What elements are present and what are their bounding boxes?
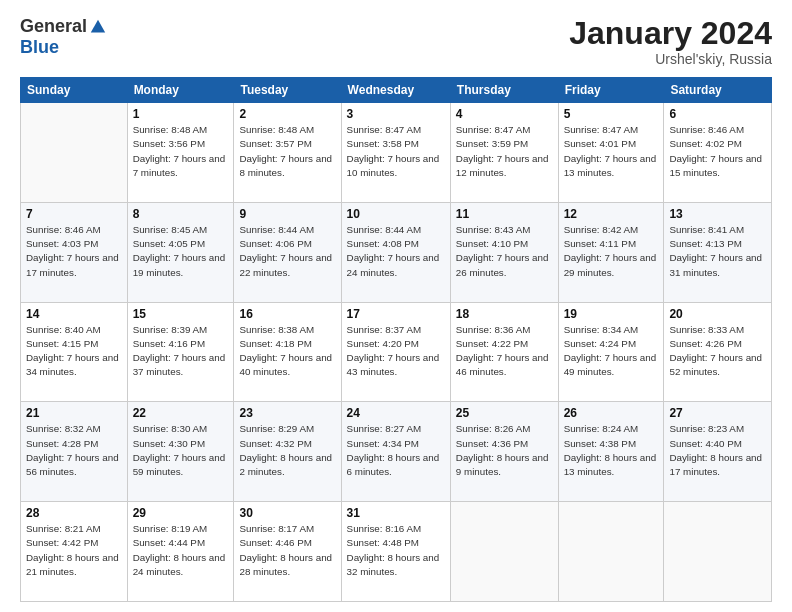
day-number: 2 <box>239 107 335 121</box>
day-info: Sunrise: 8:38 AM Sunset: 4:18 PM Dayligh… <box>239 323 335 380</box>
calendar-cell-w2-d6: 12Sunrise: 8:42 AM Sunset: 4:11 PM Dayli… <box>558 202 664 302</box>
day-number: 20 <box>669 307 766 321</box>
day-info: Sunrise: 8:42 AM Sunset: 4:11 PM Dayligh… <box>564 223 659 280</box>
day-number: 15 <box>133 307 229 321</box>
day-number: 16 <box>239 307 335 321</box>
day-info: Sunrise: 8:46 AM Sunset: 4:02 PM Dayligh… <box>669 123 766 180</box>
day-info: Sunrise: 8:47 AM Sunset: 3:59 PM Dayligh… <box>456 123 553 180</box>
day-info: Sunrise: 8:47 AM Sunset: 4:01 PM Dayligh… <box>564 123 659 180</box>
day-info: Sunrise: 8:36 AM Sunset: 4:22 PM Dayligh… <box>456 323 553 380</box>
logo: General Blue <box>20 16 107 58</box>
day-number: 26 <box>564 406 659 420</box>
calendar-cell-w4-d2: 22Sunrise: 8:30 AM Sunset: 4:30 PM Dayli… <box>127 402 234 502</box>
day-info: Sunrise: 8:46 AM Sunset: 4:03 PM Dayligh… <box>26 223 122 280</box>
logo-general-text: General <box>20 16 87 37</box>
day-number: 9 <box>239 207 335 221</box>
calendar-cell-w3-d3: 16Sunrise: 8:38 AM Sunset: 4:18 PM Dayli… <box>234 302 341 402</box>
week-row-3: 14Sunrise: 8:40 AM Sunset: 4:15 PM Dayli… <box>21 302 772 402</box>
calendar-cell-w4-d4: 24Sunrise: 8:27 AM Sunset: 4:34 PM Dayli… <box>341 402 450 502</box>
calendar-cell-w5-d3: 30Sunrise: 8:17 AM Sunset: 4:46 PM Dayli… <box>234 502 341 602</box>
calendar-cell-w4-d3: 23Sunrise: 8:29 AM Sunset: 4:32 PM Dayli… <box>234 402 341 502</box>
day-number: 8 <box>133 207 229 221</box>
week-row-4: 21Sunrise: 8:32 AM Sunset: 4:28 PM Dayli… <box>21 402 772 502</box>
calendar-cell-w5-d7 <box>664 502 772 602</box>
calendar-cell-w2-d1: 7Sunrise: 8:46 AM Sunset: 4:03 PM Daylig… <box>21 202 128 302</box>
day-number: 4 <box>456 107 553 121</box>
header-thursday: Thursday <box>450 78 558 103</box>
calendar-cell-w3-d4: 17Sunrise: 8:37 AM Sunset: 4:20 PM Dayli… <box>341 302 450 402</box>
calendar-cell-w1-d5: 4Sunrise: 8:47 AM Sunset: 3:59 PM Daylig… <box>450 103 558 203</box>
day-info: Sunrise: 8:44 AM Sunset: 4:08 PM Dayligh… <box>347 223 445 280</box>
day-number: 27 <box>669 406 766 420</box>
day-info: Sunrise: 8:21 AM Sunset: 4:42 PM Dayligh… <box>26 522 122 579</box>
day-info: Sunrise: 8:32 AM Sunset: 4:28 PM Dayligh… <box>26 422 122 479</box>
day-info: Sunrise: 8:16 AM Sunset: 4:48 PM Dayligh… <box>347 522 445 579</box>
day-info: Sunrise: 8:41 AM Sunset: 4:13 PM Dayligh… <box>669 223 766 280</box>
calendar-cell-w1-d4: 3Sunrise: 8:47 AM Sunset: 3:58 PM Daylig… <box>341 103 450 203</box>
calendar-cell-w2-d5: 11Sunrise: 8:43 AM Sunset: 4:10 PM Dayli… <box>450 202 558 302</box>
day-number: 23 <box>239 406 335 420</box>
logo-blue-text: Blue <box>20 37 59 58</box>
day-number: 21 <box>26 406 122 420</box>
calendar-cell-w2-d4: 10Sunrise: 8:44 AM Sunset: 4:08 PM Dayli… <box>341 202 450 302</box>
day-info: Sunrise: 8:44 AM Sunset: 4:06 PM Dayligh… <box>239 223 335 280</box>
day-number: 5 <box>564 107 659 121</box>
day-info: Sunrise: 8:24 AM Sunset: 4:38 PM Dayligh… <box>564 422 659 479</box>
calendar-cell-w4-d7: 27Sunrise: 8:23 AM Sunset: 4:40 PM Dayli… <box>664 402 772 502</box>
calendar-cell-w4-d1: 21Sunrise: 8:32 AM Sunset: 4:28 PM Dayli… <box>21 402 128 502</box>
header-tuesday: Tuesday <box>234 78 341 103</box>
week-row-5: 28Sunrise: 8:21 AM Sunset: 4:42 PM Dayli… <box>21 502 772 602</box>
day-info: Sunrise: 8:34 AM Sunset: 4:24 PM Dayligh… <box>564 323 659 380</box>
day-info: Sunrise: 8:48 AM Sunset: 3:56 PM Dayligh… <box>133 123 229 180</box>
header-wednesday: Wednesday <box>341 78 450 103</box>
day-info: Sunrise: 8:23 AM Sunset: 4:40 PM Dayligh… <box>669 422 766 479</box>
calendar-cell-w3-d1: 14Sunrise: 8:40 AM Sunset: 4:15 PM Dayli… <box>21 302 128 402</box>
day-info: Sunrise: 8:27 AM Sunset: 4:34 PM Dayligh… <box>347 422 445 479</box>
calendar-cell-w2-d3: 9Sunrise: 8:44 AM Sunset: 4:06 PM Daylig… <box>234 202 341 302</box>
calendar-cell-w1-d2: 1Sunrise: 8:48 AM Sunset: 3:56 PM Daylig… <box>127 103 234 203</box>
calendar-cell-w1-d1 <box>21 103 128 203</box>
day-number: 10 <box>347 207 445 221</box>
day-number: 18 <box>456 307 553 321</box>
day-number: 28 <box>26 506 122 520</box>
day-info: Sunrise: 8:29 AM Sunset: 4:32 PM Dayligh… <box>239 422 335 479</box>
week-row-1: 1Sunrise: 8:48 AM Sunset: 3:56 PM Daylig… <box>21 103 772 203</box>
day-number: 31 <box>347 506 445 520</box>
day-number: 30 <box>239 506 335 520</box>
calendar-cell-w3-d5: 18Sunrise: 8:36 AM Sunset: 4:22 PM Dayli… <box>450 302 558 402</box>
title-block: January 2024 Urshel'skiy, Russia <box>569 16 772 67</box>
day-number: 24 <box>347 406 445 420</box>
calendar-cell-w1-d7: 6Sunrise: 8:46 AM Sunset: 4:02 PM Daylig… <box>664 103 772 203</box>
day-info: Sunrise: 8:17 AM Sunset: 4:46 PM Dayligh… <box>239 522 335 579</box>
day-info: Sunrise: 8:40 AM Sunset: 4:15 PM Dayligh… <box>26 323 122 380</box>
header-monday: Monday <box>127 78 234 103</box>
svg-marker-0 <box>91 19 105 32</box>
day-number: 29 <box>133 506 229 520</box>
day-number: 14 <box>26 307 122 321</box>
day-number: 25 <box>456 406 553 420</box>
calendar-cell-w5-d2: 29Sunrise: 8:19 AM Sunset: 4:44 PM Dayli… <box>127 502 234 602</box>
calendar-cell-w5-d6 <box>558 502 664 602</box>
header-saturday: Saturday <box>664 78 772 103</box>
day-number: 17 <box>347 307 445 321</box>
day-number: 12 <box>564 207 659 221</box>
day-number: 13 <box>669 207 766 221</box>
calendar-cell-w3-d6: 19Sunrise: 8:34 AM Sunset: 4:24 PM Dayli… <box>558 302 664 402</box>
day-number: 3 <box>347 107 445 121</box>
day-info: Sunrise: 8:47 AM Sunset: 3:58 PM Dayligh… <box>347 123 445 180</box>
day-info: Sunrise: 8:19 AM Sunset: 4:44 PM Dayligh… <box>133 522 229 579</box>
day-number: 6 <box>669 107 766 121</box>
header-friday: Friday <box>558 78 664 103</box>
calendar-cell-w2-d7: 13Sunrise: 8:41 AM Sunset: 4:13 PM Dayli… <box>664 202 772 302</box>
day-info: Sunrise: 8:48 AM Sunset: 3:57 PM Dayligh… <box>239 123 335 180</box>
day-info: Sunrise: 8:30 AM Sunset: 4:30 PM Dayligh… <box>133 422 229 479</box>
day-info: Sunrise: 8:43 AM Sunset: 4:10 PM Dayligh… <box>456 223 553 280</box>
day-info: Sunrise: 8:33 AM Sunset: 4:26 PM Dayligh… <box>669 323 766 380</box>
weekday-header-row: Sunday Monday Tuesday Wednesday Thursday… <box>21 78 772 103</box>
day-info: Sunrise: 8:26 AM Sunset: 4:36 PM Dayligh… <box>456 422 553 479</box>
header: General Blue January 2024 Urshel'skiy, R… <box>20 16 772 67</box>
calendar-cell-w5-d5 <box>450 502 558 602</box>
day-number: 1 <box>133 107 229 121</box>
page: General Blue January 2024 Urshel'skiy, R… <box>0 0 792 612</box>
day-number: 22 <box>133 406 229 420</box>
